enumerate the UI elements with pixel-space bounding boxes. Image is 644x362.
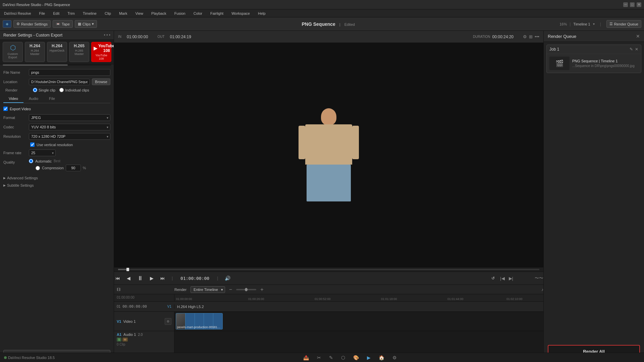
render-queue-close-button[interactable]: ✕ xyxy=(636,34,640,39)
menu-edit[interactable]: Edit xyxy=(52,11,61,16)
menu-playback[interactable]: Playback xyxy=(150,11,168,16)
media-icon-btn[interactable]: ▶ xyxy=(367,355,371,360)
render-queue-button[interactable]: ☰ Render Queue xyxy=(606,20,641,28)
delivery-icon-btn[interactable]: 📤 xyxy=(303,355,309,360)
play-button[interactable]: ⏸ xyxy=(136,274,145,283)
clips-button[interactable]: ▦ Clips ▾ xyxy=(75,20,97,28)
codec-select[interactable]: YUV 420 8 bits xyxy=(29,124,110,130)
menu-clip[interactable]: Clip xyxy=(103,11,112,16)
seekbar-track[interactable] xyxy=(118,269,539,270)
skip-to-end-button[interactable]: ⏭ xyxy=(159,274,166,282)
audio-clip-count: 0 Clip xyxy=(117,343,171,346)
compression-radio[interactable] xyxy=(36,166,40,170)
fusion-icon-btn[interactable]: ⬡ xyxy=(341,355,345,360)
timeline-zoom-in-button[interactable]: + xyxy=(260,287,263,293)
menu-help[interactable]: Help xyxy=(257,11,267,16)
framerate-select[interactable]: 25 xyxy=(29,149,56,156)
home-icon-btn[interactable]: 🏠 xyxy=(379,355,384,360)
close-button[interactable]: ✕ xyxy=(637,2,641,7)
edit-icon-btn[interactable]: ✎ xyxy=(329,355,333,360)
next-frame-button[interactable]: ▶| xyxy=(509,276,513,281)
menu-timeline[interactable]: Timeline xyxy=(82,11,98,16)
minimize-button[interactable]: ─ xyxy=(623,2,628,7)
out-timecode[interactable]: 01:00:24:19 xyxy=(170,35,191,39)
preset-h265-master[interactable]: H.265 H.265 Master xyxy=(69,42,89,62)
resolution-select[interactable]: 720 x 1280 HD 720P xyxy=(29,133,110,140)
location-label: Location xyxy=(3,80,27,84)
duration-group: DURATION 00:00:24:20 xyxy=(473,35,514,39)
step-forward-button[interactable]: ▶ xyxy=(149,274,155,282)
preview-settings-icon[interactable]: ⚙ xyxy=(523,34,527,39)
menu-fairlight[interactable]: Fairlight xyxy=(209,11,225,16)
toolbar-app-btn[interactable]: ◈ xyxy=(3,20,11,28)
advanced-settings-toggle[interactable]: ▶ Advanced Settings xyxy=(3,174,110,181)
job-1-close-button[interactable]: ✕ xyxy=(635,47,638,52)
audio-badge-m[interactable]: M xyxy=(122,338,128,342)
menu-fusion[interactable]: Fusion xyxy=(173,11,187,16)
settings-status-icon-btn[interactable]: ⚙ xyxy=(392,355,397,360)
preview-window xyxy=(114,43,543,267)
preset-custom-export[interactable]: ⬡ Custom Export xyxy=(3,42,23,62)
skip-to-start-button[interactable]: ⏮ xyxy=(114,274,121,282)
menu-mark[interactable]: Mark xyxy=(118,11,128,16)
preview-grid-icon[interactable]: ⊞ xyxy=(529,34,533,39)
video-track-icons: ⚙ xyxy=(165,318,171,325)
individual-clips-radio[interactable]: Individual clips xyxy=(59,88,89,92)
audio-badge-s[interactable]: S xyxy=(117,338,121,342)
menu-bar: DaVinci Resolve File Edit Trim Timeline … xyxy=(0,9,644,17)
filename-input[interactable] xyxy=(29,69,110,76)
loop-button[interactable]: ↺ xyxy=(490,275,496,282)
film-strip-icon: 🎞 xyxy=(117,288,120,292)
audio-waveform-icon[interactable]: 〜〜 xyxy=(535,275,543,281)
timeline-zoom-slider[interactable] xyxy=(236,289,256,290)
menu-davinci-resolve[interactable]: DaVinci Resolve xyxy=(3,11,33,16)
out-label: OUT xyxy=(157,35,164,39)
panel-options-icon[interactable]: • • • xyxy=(104,33,110,38)
tab-file[interactable]: File xyxy=(44,95,60,103)
seekbar-playhead[interactable] xyxy=(126,268,129,271)
menu-trim[interactable]: Trim xyxy=(66,11,76,16)
render-range-button[interactable]: Entire Timeline ▾ xyxy=(191,286,225,293)
timeline-main: 01:00:00:00 01:00:00:00 01:00:26:00 01:0… xyxy=(114,294,543,362)
menu-file[interactable]: File xyxy=(38,11,47,16)
filename-row: File Name xyxy=(3,69,110,76)
job-1-edit-button[interactable]: ✎ xyxy=(630,47,633,52)
color-icon-btn[interactable]: 🎨 xyxy=(353,355,359,360)
volume-button[interactable]: 🔊 xyxy=(223,274,232,282)
preset-youtube[interactable]: ▶ YouTube 108 YouTube 108 xyxy=(91,42,111,62)
edited-badge: Edited xyxy=(344,22,355,26)
export-video-checkbox[interactable] xyxy=(3,107,8,111)
tape-button[interactable]: 📼 Tape xyxy=(53,20,73,28)
chevron-down-icon: ▾ xyxy=(92,22,94,26)
tab-video[interactable]: Video xyxy=(3,95,23,103)
maximize-button[interactable]: □ xyxy=(630,2,635,7)
timeline-zoom-out-button[interactable]: − xyxy=(229,287,232,293)
location-input[interactable] xyxy=(29,79,90,85)
tab-audio[interactable]: Audio xyxy=(23,95,44,103)
preview-more-icon[interactable]: ••• xyxy=(535,34,539,39)
audio-track-top: A1 Audio 1 2.0 xyxy=(117,333,171,337)
video-track-settings-btn[interactable]: ⚙ xyxy=(165,318,171,325)
preset-h264-hyperdeck[interactable]: H.264 HyperDeck xyxy=(47,42,67,62)
ruler-mark-3: 01:01:18:00 xyxy=(381,297,397,301)
compression-value-input[interactable] xyxy=(66,165,81,171)
menu-color[interactable]: Color xyxy=(192,11,204,16)
framerate-row: Frame rate 25 xyxy=(3,149,110,156)
vertical-resolution-label[interactable]: Use vertical resolution xyxy=(30,142,110,147)
browse-button[interactable]: Browse xyxy=(92,78,110,85)
subtitle-settings-toggle[interactable]: ▶ Subtitle Settings xyxy=(3,181,110,189)
use-vertical-checkbox[interactable] xyxy=(30,142,35,147)
step-back-button[interactable]: ◀ xyxy=(125,274,132,282)
video-clip-block[interactable]: pexels-mart-production-9558198-... xyxy=(176,313,223,329)
cut-icon-btn[interactable]: ✂ xyxy=(317,355,321,360)
single-clip-radio[interactable]: Single clip xyxy=(33,88,55,92)
preset-h264-master[interactable]: H.264 H.264 Master xyxy=(25,42,45,62)
automatic-radio[interactable]: Automatic Best xyxy=(29,159,86,163)
menu-workspace[interactable]: Workspace xyxy=(230,11,251,16)
render-settings-button[interactable]: ⚙ Render Settings xyxy=(13,20,51,28)
prev-frame-button[interactable]: |◀ xyxy=(500,276,504,281)
seekbar-container[interactable] xyxy=(114,267,543,272)
menu-view[interactable]: View xyxy=(134,11,145,16)
in-timecode[interactable]: 01:00:00:00 xyxy=(127,35,148,39)
format-select[interactable]: JPEG xyxy=(29,114,110,121)
